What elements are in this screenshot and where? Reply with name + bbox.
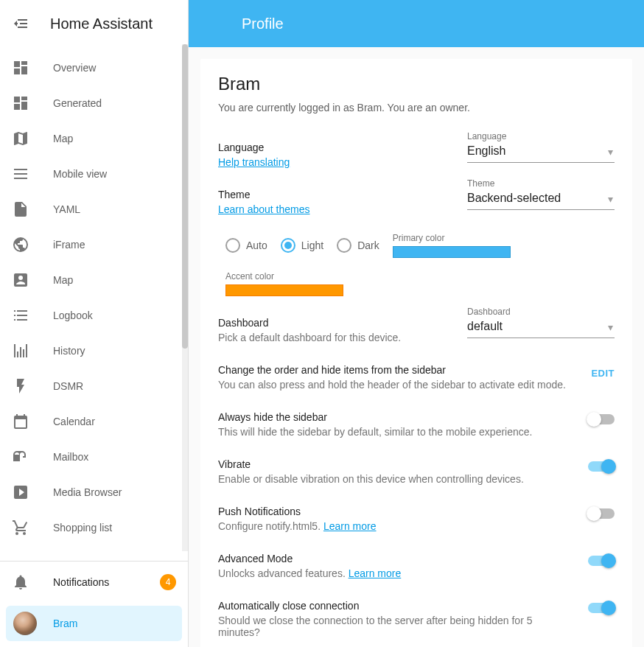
sidebar-item-yaml[interactable]: YAML <box>0 192 188 227</box>
sidebar-item-label: Overview <box>53 62 96 74</box>
radio-icon <box>225 238 240 253</box>
sidebar-item-label: Mobile view <box>53 168 107 180</box>
profile-subtitle: You are currently logged in as Bram. You… <box>218 102 615 113</box>
cart-icon <box>12 519 29 536</box>
dashboard-select[interactable]: default <box>467 317 615 338</box>
sidebar-item-overview[interactable]: Overview <box>0 50 188 85</box>
sidebar-item-label: Mailbox <box>53 451 88 463</box>
sidebar-item-iframe[interactable]: iFrame <box>0 227 188 262</box>
play-box-icon <box>12 483 29 501</box>
theme-mode-dark[interactable]: Dark <box>337 238 379 253</box>
profile-name: Bram <box>218 74 615 94</box>
accent-color-group: Accent color <box>225 271 343 296</box>
dashboard-desc: Pick a default dashboard for this device… <box>218 332 452 343</box>
sidebar-item-dsmr[interactable]: DSMR <box>0 368 188 404</box>
sidebar-item-notifications[interactable]: Notifications 4 <box>0 562 188 603</box>
learn-themes-link[interactable]: Learn about themes <box>218 203 310 215</box>
dashboard-select-label: Dashboard <box>467 307 511 317</box>
page-title: Profile <box>242 15 284 32</box>
row-vibrate: Vibrate Enable or disable vibration on t… <box>218 448 615 495</box>
advanced-toggle[interactable] <box>588 556 615 566</box>
accent-color-swatch[interactable] <box>225 284 343 296</box>
app-title: Home Assistant <box>50 15 153 32</box>
sidebar-nav: OverviewGeneratedMapMobile viewYAMLiFram… <box>0 47 188 561</box>
calendar-icon <box>12 413 29 430</box>
format-list-icon <box>12 307 29 324</box>
sidebar-item-label: DSMR <box>53 380 83 392</box>
row-theme: Theme Learn about themes Theme Backend-s… <box>218 178 615 225</box>
sidebar-item-label: YAML <box>53 203 80 215</box>
menu-icon <box>12 15 29 32</box>
radio-checked-icon <box>281 238 295 253</box>
notifications-badge: 4 <box>160 574 176 590</box>
sidebar-header: Home Assistant <box>0 0 188 47</box>
sidebar-item-generated[interactable]: Generated <box>0 85 188 121</box>
menu-collapse-button[interactable] <box>12 15 29 32</box>
map-icon <box>12 130 29 147</box>
sidebar-item-label: Media Browser <box>53 486 122 498</box>
theme-mode-auto[interactable]: Auto <box>225 238 267 253</box>
dashboard-icon <box>12 94 29 112</box>
sidebar-scrollbar[interactable] <box>182 44 188 551</box>
autoclose-toggle[interactable] <box>588 603 615 613</box>
account-box-icon <box>12 271 29 289</box>
topbar: Profile <box>189 0 644 47</box>
sidebar-item-label: Map <box>53 274 73 286</box>
row-language: Language Help translating Language Engli… <box>218 131 615 178</box>
sidebar-item-calendar[interactable]: Calendar <box>0 404 188 439</box>
sidebar-edit-title: Change the order and hide items from the… <box>218 364 576 376</box>
main: Profile Bram You are currently logged in… <box>189 0 644 647</box>
theme-title: Theme <box>218 189 452 200</box>
sidebar-edit-desc: You can also press and hold the header o… <box>218 379 576 391</box>
row-push: Push Notifications Configure notify.html… <box>218 495 615 542</box>
row-hide-sidebar: Always hide the sidebar This will hide t… <box>218 401 615 448</box>
sidebar-item-map[interactable]: Map <box>0 121 188 156</box>
avatar <box>13 612 37 635</box>
push-learn-more-link[interactable]: Learn more <box>323 520 377 532</box>
row-theme-options: Auto Light Dark Primary color Accent col… <box>218 225 615 307</box>
sidebar-item-shopping-list[interactable]: Shopping list <box>0 510 188 545</box>
content: Bram You are currently logged in as Bram… <box>189 47 644 647</box>
theme-select-label: Theme <box>467 178 494 189</box>
mailbox-icon <box>12 448 29 466</box>
list-icon <box>12 165 29 183</box>
vibrate-toggle[interactable] <box>588 461 615 472</box>
help-translating-link[interactable]: Help translating <box>218 156 290 168</box>
advanced-learn-more-link[interactable]: Learn more <box>349 567 402 579</box>
push-toggle[interactable] <box>588 508 615 519</box>
globe-icon <box>12 236 29 253</box>
file-icon <box>12 200 29 218</box>
dashboard-icon <box>12 59 29 77</box>
row-autoclose: Automatically close connection Should we… <box>218 590 615 638</box>
sidebar-item-user[interactable]: Bram <box>6 606 182 641</box>
flash-icon <box>12 377 29 395</box>
theme-select[interactable]: Backend-selected <box>467 189 615 210</box>
sidebar-item-map[interactable]: Map <box>0 262 188 298</box>
sidebar-item-label: Shopping list <box>53 522 112 534</box>
hide-sidebar-toggle[interactable] <box>588 414 615 424</box>
profile-card: Bram You are currently logged in as Bram… <box>200 59 632 647</box>
sidebar-item-logbook[interactable]: Logbook <box>0 298 188 333</box>
sidebar-footer: Notifications 4 Bram <box>0 561 188 647</box>
sidebar-item-history[interactable]: History <box>0 333 188 368</box>
bell-icon <box>12 573 29 591</box>
sidebar-item-label: Calendar <box>53 416 95 427</box>
dashboard-title: Dashboard <box>218 317 452 329</box>
notifications-label: Notifications <box>53 576 109 588</box>
row-advanced: Advanced Mode Unlocks advanced features.… <box>218 542 615 590</box>
sidebar-item-mobile-view[interactable]: Mobile view <box>0 156 188 192</box>
edit-sidebar-button[interactable]: EDIT <box>591 368 615 379</box>
chart-icon <box>12 342 29 360</box>
language-select[interactable]: English <box>467 141 615 163</box>
primary-color-swatch[interactable] <box>393 246 511 258</box>
language-select-label: Language <box>467 131 506 141</box>
language-title: Language <box>218 141 452 153</box>
sidebar-item-label: Logbook <box>53 309 93 321</box>
sidebar-item-media-browser[interactable]: Media Browser <box>0 475 188 510</box>
sidebar-item-label: iFrame <box>53 239 85 251</box>
sidebar-item-label: History <box>53 345 85 357</box>
theme-mode-light[interactable]: Light <box>281 238 323 253</box>
sidebar-item-label: Generated <box>53 97 102 109</box>
sidebar-item-mailbox[interactable]: Mailbox <box>0 439 188 475</box>
sidebar-item-label: Map <box>53 133 73 144</box>
